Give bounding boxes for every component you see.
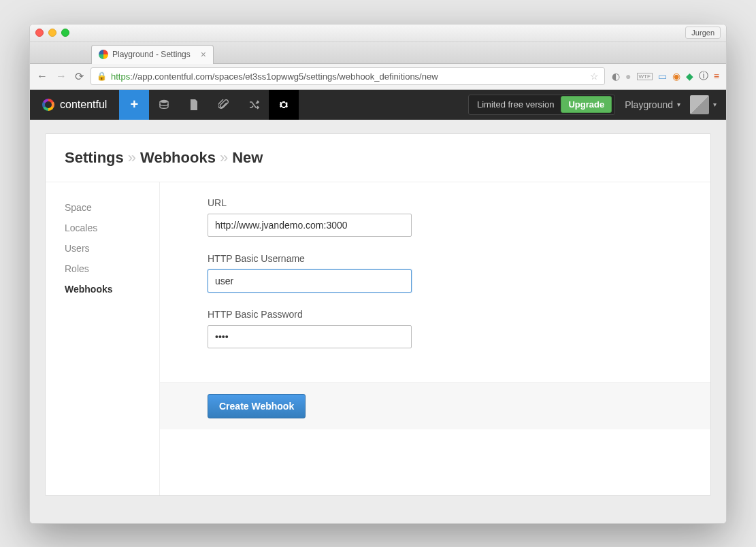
field-username: HTTP Basic Username bbox=[208, 253, 691, 293]
browser-tab-strip: Playground - Settings × bbox=[30, 42, 726, 64]
app-header: contentful + Limited free version Up bbox=[30, 90, 726, 120]
breadcrumb-item[interactable]: Settings bbox=[65, 149, 124, 166]
sidebar-item-webhooks[interactable]: Webhooks bbox=[65, 279, 159, 299]
upgrade-button[interactable]: Upgrade bbox=[561, 96, 612, 113]
label-url: URL bbox=[208, 197, 691, 208]
os-user-badge[interactable]: Jurgen bbox=[685, 27, 721, 39]
address-bar[interactable]: 🔒 https://app.contentful.com/spaces/et3s… bbox=[91, 67, 605, 85]
plan-indicator: Limited free version Upgrade bbox=[468, 95, 615, 115]
breadcrumb-item[interactable]: Webhooks bbox=[140, 149, 216, 166]
card-header: Settings»Webhooks»New bbox=[46, 134, 710, 182]
form-action-bar: Create Webhook bbox=[160, 382, 710, 429]
sidebar-item-space[interactable]: Space bbox=[65, 197, 159, 218]
ext-icon[interactable]: ◆ bbox=[686, 71, 693, 82]
lock-icon: 🔒 bbox=[97, 71, 107, 81]
breadcrumb-item: New bbox=[232, 149, 263, 166]
browser-window: Jurgen Playground - Settings × ← → ⟳ 🔒 h… bbox=[29, 24, 727, 524]
nav-buttons: ← → ⟳ bbox=[37, 70, 84, 83]
brand-name: contentful bbox=[60, 99, 107, 111]
sidebar-item-users[interactable]: Users bbox=[65, 238, 159, 259]
ext-icon[interactable]: ◉ bbox=[672, 71, 680, 82]
settings-sidebar: Space Locales Users Roles Webhooks bbox=[46, 182, 160, 495]
password-input[interactable] bbox=[208, 325, 412, 348]
ext-icon[interactable]: ◐ bbox=[612, 71, 620, 82]
shuffle-icon[interactable] bbox=[239, 90, 269, 120]
url-input[interactable] bbox=[208, 214, 412, 237]
settings-card: Settings»Webhooks»New Space Locales User… bbox=[45, 133, 711, 496]
breadcrumb: Settings»Webhooks»New bbox=[65, 149, 691, 167]
sidebar-item-roles[interactable]: Roles bbox=[65, 259, 159, 279]
add-button[interactable]: + bbox=[119, 90, 149, 120]
titlebar: Jurgen bbox=[30, 24, 726, 42]
forward-button[interactable]: → bbox=[56, 70, 67, 83]
page-body: Settings»Webhooks»New Space Locales User… bbox=[30, 120, 726, 523]
create-webhook-button[interactable]: Create Webhook bbox=[208, 394, 306, 418]
logo-mark-icon bbox=[42, 99, 54, 111]
traffic-lights bbox=[35, 29, 69, 37]
database-icon[interactable] bbox=[149, 90, 179, 120]
field-url: URL bbox=[208, 197, 691, 237]
document-icon[interactable] bbox=[179, 90, 209, 120]
space-dropdown[interactable]: Playground ▾ bbox=[625, 99, 680, 110]
maximize-window-button[interactable] bbox=[61, 29, 69, 37]
avatar bbox=[690, 95, 709, 114]
ext-icon[interactable]: ● bbox=[625, 71, 631, 82]
limited-text: Limited free version bbox=[477, 99, 554, 110]
label-password: HTTP Basic Password bbox=[208, 309, 691, 320]
chevron-down-icon: ▾ bbox=[677, 101, 680, 108]
ext-icon[interactable]: WTF bbox=[637, 73, 653, 80]
space-name: Playground bbox=[625, 99, 673, 110]
back-button[interactable]: ← bbox=[37, 70, 48, 83]
extension-icons: ◐ ● WTF ▭ ◉ ◆ ⓘ ≡ bbox=[612, 70, 719, 82]
sidebar-item-locales[interactable]: Locales bbox=[65, 218, 159, 238]
bookmark-star-icon[interactable]: ☆ bbox=[590, 71, 599, 82]
favicon-icon bbox=[99, 50, 108, 59]
header-icon-group: + bbox=[119, 90, 299, 120]
username-input[interactable] bbox=[208, 269, 412, 293]
field-password: HTTP Basic Password bbox=[208, 309, 691, 348]
browser-menu-icon[interactable]: ≡ bbox=[714, 71, 719, 82]
close-window-button[interactable] bbox=[35, 29, 44, 37]
chevron-down-icon: ▾ bbox=[713, 101, 717, 108]
url-text: https://app.contentful.com/spaces/et3ss1… bbox=[111, 71, 438, 82]
ext-icon[interactable]: ▭ bbox=[658, 71, 667, 82]
browser-tab[interactable]: Playground - Settings × bbox=[91, 45, 214, 64]
webhook-form: URL HTTP Basic Username HTTP Basic Passw… bbox=[160, 182, 710, 495]
user-menu[interactable]: ▾ bbox=[690, 95, 717, 114]
reload-button[interactable]: ⟳ bbox=[75, 70, 84, 83]
tab-close-icon[interactable]: × bbox=[201, 49, 206, 60]
ext-icon[interactable]: ⓘ bbox=[699, 70, 708, 82]
browser-toolbar: ← → ⟳ 🔒 https://app.contentful.com/space… bbox=[30, 64, 726, 90]
header-right: Limited free version Upgrade Playground … bbox=[468, 95, 726, 115]
minimize-window-button[interactable] bbox=[48, 29, 56, 37]
brand-logo[interactable]: contentful bbox=[30, 99, 119, 111]
svg-point-0 bbox=[160, 99, 168, 102]
paperclip-icon[interactable] bbox=[209, 90, 239, 120]
tab-title: Playground - Settings bbox=[112, 50, 191, 59]
gear-icon[interactable] bbox=[269, 90, 299, 120]
label-username: HTTP Basic Username bbox=[208, 253, 691, 264]
card-body: Space Locales Users Roles Webhooks URL H… bbox=[46, 182, 710, 495]
